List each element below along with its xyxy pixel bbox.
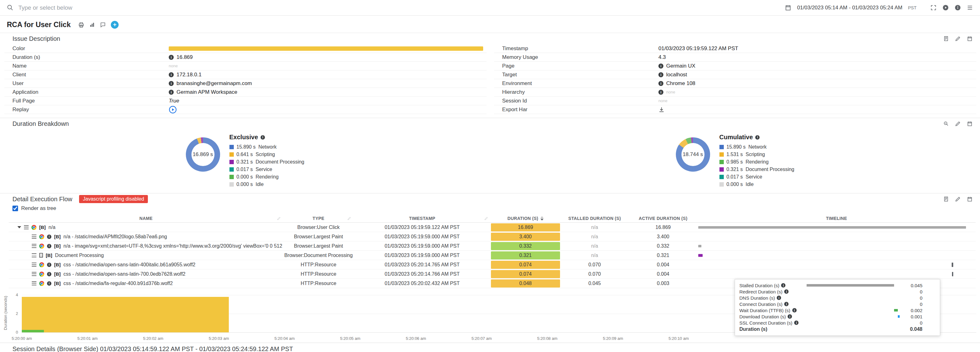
chevron-down-icon[interactable] [18,226,21,228]
legend-item[interactable]: 0.017 sService [719,173,794,181]
title-row: RCA for User Click [0,16,980,33]
info-icon[interactable] [169,81,174,86]
timeline-cell [697,223,976,232]
color-swatch[interactable] [169,46,483,51]
table-row[interactable]: [B] css - /static/media/open-sans-latin-… [9,260,976,269]
legend-item[interactable]: 0.641 sScripting [229,151,304,158]
row-stalled: 0.045 [560,281,629,286]
edit-icon[interactable] [955,121,961,126]
menu-icon[interactable] [967,4,973,11]
calendar-icon[interactable] [967,196,972,202]
info-icon[interactable] [659,64,663,68]
notes-icon[interactable] [943,196,949,202]
duration-pill: 3.400 [491,233,560,241]
calendar-icon[interactable] [967,121,972,126]
table-row[interactable]: [B] n/a - image/svg+xml;charset=UTF-8,%3… [9,241,976,251]
info-icon[interactable] [47,234,51,239]
comment-icon[interactable] [100,22,106,28]
row-active: 0.003 [629,281,697,286]
x-tick: 5:20:09 am [603,336,623,341]
legend-item[interactable]: 0.017 sService [229,166,304,173]
y-axis-label: Duration (seconds) [3,290,8,336]
row-menu-icon[interactable] [32,263,37,267]
notes-icon[interactable] [943,36,949,41]
legend-item[interactable]: 0.321 sDocument Processing [719,166,794,173]
field-client: Client 172.18.0.1 [4,70,487,79]
browser-badge: [B] [54,243,61,248]
row-menu-icon[interactable] [24,225,29,229]
column-header-timestamp[interactable]: TIMESTAMP [354,214,491,222]
calendar-icon[interactable] [967,36,972,41]
legend-swatch [719,175,724,179]
timeline-tooltip: Stalled Duration (s) 0.045 Redirect Dura… [735,279,940,336]
timeline-bar [952,272,953,276]
legend-item[interactable]: 0.985 sRendering [719,158,794,166]
row-menu-icon[interactable] [32,272,37,276]
column-header-duration[interactable]: DURATION (S) [491,214,560,222]
legend-item[interactable]: 15.890 sNetwork [229,143,304,151]
info-icon[interactable] [755,135,760,140]
row-timestamp: 01/03/2023 05:19:59.122 AM PST [354,225,491,230]
info-icon[interactable] [261,135,265,140]
column-header-name[interactable]: NAME [9,214,283,222]
edit-icon[interactable] [955,36,961,41]
sort-icon [541,216,544,221]
search-input[interactable] [18,4,361,11]
date-range[interactable]: 01/03/2023 05:14 AM - 01/03/2023 05:24 A… [797,5,902,11]
info-icon[interactable] [659,81,663,86]
browser-badge: [B] [54,281,61,286]
chrome-icon [39,272,44,277]
legend-item[interactable]: 1.531 sScripting [719,151,794,158]
info-icon[interactable] [169,72,174,77]
x-tick: 5:20:02 am [143,336,163,341]
info-icon[interactable] [659,72,663,77]
table-row[interactable]: [B] css - /static/media/open-sans-latin-… [9,269,976,279]
add-button[interactable] [111,21,119,29]
row-menu-icon[interactable] [32,234,37,239]
legend-swatch [229,160,234,164]
print-icon[interactable] [78,22,84,28]
table-row[interactable]: [B] Document Processing Browser:Document… [9,251,976,260]
info-icon [784,289,789,294]
download-icon[interactable] [659,107,665,113]
info-icon [781,283,786,288]
render-as-tree-checkbox[interactable] [13,205,18,211]
duration-breakdown-panel: Duration Breakdown 16.869 s Exclusive 15… [0,118,980,193]
info-icon [788,314,792,319]
topbar-right: 01/03/2023 05:14 AM - 01/03/2023 05:24 A… [785,4,973,11]
zoom-icon[interactable] [943,121,949,126]
column-header-stalled-duration[interactable]: STALLED DURATION (S) [560,214,629,222]
info-icon[interactable] [47,263,51,267]
legend-item[interactable]: 0.321 sDocument Processing [229,158,304,166]
legend-item[interactable]: 0.000 sRendering [229,173,304,181]
document-icon [39,253,43,258]
legend-swatch [229,152,234,157]
row-menu-icon[interactable] [32,253,37,257]
play-icon[interactable] [942,4,949,11]
info-icon[interactable] [47,281,51,286]
edit-icon[interactable] [955,196,961,202]
info-icon[interactable] [47,244,51,248]
info-icon[interactable] [47,272,51,276]
info-icon[interactable] [169,55,174,60]
column-header-active-duration[interactable]: ACTIVE DURATION (S) [629,214,697,222]
chart-icon[interactable] [89,22,95,28]
row-menu-icon[interactable] [32,244,37,248]
info-icon[interactable] [659,90,663,95]
calendar-icon[interactable] [785,4,791,11]
column-header-timeline[interactable]: TIMELINE [697,214,976,222]
session-details-header[interactable]: Session Details (Browser Side) 01/03/202… [0,342,980,352]
column-header-type[interactable]: TYPE [283,214,354,222]
legend-item[interactable]: 0.000 sIdle [229,181,304,188]
x-tick: 5:20:08 am [537,336,557,341]
table-row[interactable]: [B] n/a - /static/media/APMfit20logo.58a… [9,232,976,241]
row-menu-icon[interactable] [32,281,37,285]
field-duration: Duration (s) 16.869 [4,53,487,62]
legend-item[interactable]: 0.000 sIdle [719,181,794,188]
fullscreen-icon[interactable] [930,4,937,11]
info-icon[interactable] [955,4,961,11]
replay-play-button[interactable] [169,106,177,114]
table-row[interactable]: [B] n/a Browser:User Click 01/03/2023 05… [9,223,976,232]
info-icon[interactable] [169,90,174,95]
legend-item[interactable]: 15.890 sNetwork [719,143,794,151]
